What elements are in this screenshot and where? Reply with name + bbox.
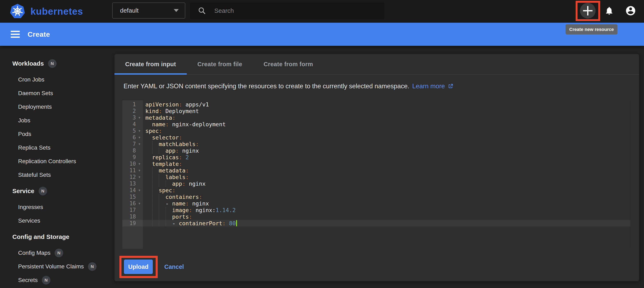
sidebar-item-replica-sets[interactable]: Replica Sets	[0, 143, 114, 152]
indent-guide	[145, 194, 152, 200]
top-bar: kubernetes default	[0, 0, 644, 23]
sidebar-item-config-maps[interactable]: Config MapsN	[0, 248, 114, 257]
line-number: 16	[130, 200, 136, 207]
code-token: ports	[172, 214, 189, 220]
code-token: :	[186, 174, 189, 180]
namespace-select[interactable]: default	[112, 3, 185, 19]
fold-arrow-icon[interactable]: ▾	[136, 175, 143, 179]
indent-guide	[166, 214, 172, 220]
yaml-editor[interactable]: 1apiVersion: apps/v12kind: Deployment3▾m…	[122, 100, 630, 249]
sidebar-item-ingresses[interactable]: Ingresses	[0, 203, 114, 212]
editor-line-code: labels:	[143, 174, 189, 180]
editor-line-gutter: 5▾	[122, 128, 143, 134]
sidebar-item-deployments[interactable]: Deployments	[0, 102, 114, 111]
editor-line[interactable]: 19- containerPort: 80	[122, 220, 630, 227]
sidebar-group-title[interactable]: WorkloadsN	[0, 59, 114, 68]
create-card: Create from inputCreate from fileCreate …	[114, 54, 639, 281]
indent-guide	[145, 200, 152, 207]
code-token: :	[159, 108, 162, 114]
code-token: nginx-deployment	[169, 121, 226, 127]
sidebar-item-pods[interactable]: Pods	[0, 129, 114, 139]
indent-guide	[159, 207, 166, 213]
sidebar-item-jobs[interactable]: Jobs	[0, 116, 114, 125]
annotation-red-box-upload-button	[120, 256, 158, 278]
fold-arrow-icon[interactable]: ▾	[136, 168, 143, 173]
menu-icon[interactable]	[11, 31, 20, 38]
brand[interactable]: kubernetes	[10, 0, 83, 23]
tab-create-from-file[interactable]: Create from file	[187, 54, 253, 74]
editor-line[interactable]: 1apiVersion: apps/v1	[122, 101, 630, 108]
code-token: metadata	[159, 167, 186, 174]
editor-line[interactable]: 6▾selector:	[122, 134, 630, 141]
editor-line-gutter: 16▾	[122, 200, 143, 207]
code-token: nginx	[186, 181, 206, 187]
code-token: -	[166, 200, 172, 207]
editor-line[interactable]: 12▾labels:	[122, 174, 630, 180]
editor-line[interactable]: 3▾metadata:	[122, 114, 630, 121]
fold-arrow-icon[interactable]: ▾	[136, 135, 143, 140]
sidebar-item-replication-controllers[interactable]: Replication Controllers	[0, 157, 114, 166]
indent-guide	[145, 141, 152, 147]
sidebar-item-persistent-volume-claims[interactable]: Persistent Volume ClaimsN	[0, 262, 114, 271]
code-token: spec	[145, 128, 159, 134]
code-token: :	[189, 214, 192, 220]
learn-more-link[interactable]: Learn more	[412, 83, 454, 90]
editor-line-code: metadata:	[143, 114, 176, 121]
sidebar-item-secrets[interactable]: SecretsN	[0, 276, 114, 285]
code-token: nginx	[179, 148, 199, 154]
line-number: 4	[132, 121, 136, 127]
editor-line-gutter: 12▾	[122, 174, 143, 180]
editor-line[interactable]: 4name: nginx-deployment	[122, 121, 630, 127]
line-number: 7	[132, 141, 136, 147]
editor-line[interactable]: 14▾spec:	[122, 187, 630, 194]
editor-line[interactable]: 2kind: Deployment	[122, 108, 630, 114]
editor-line-code: containers:	[143, 194, 202, 200]
cancel-button[interactable]: Cancel	[164, 263, 184, 270]
editor-line-code: template:	[143, 161, 182, 167]
fold-arrow-icon[interactable]: ▾	[136, 201, 143, 206]
search-input[interactable]	[214, 7, 375, 15]
editor-line-code: image: nginx:1.14.2	[143, 207, 236, 213]
editor-line[interactable]: 5▾spec:	[122, 127, 630, 134]
fold-arrow-icon[interactable]: ▾	[136, 162, 143, 166]
editor-line[interactable]: 13app: nginx	[122, 180, 630, 187]
sidebar-group-title[interactable]: Config and Storage	[0, 232, 114, 241]
tab-create-from-form[interactable]: Create from form	[253, 54, 324, 74]
indent-guide	[152, 214, 159, 220]
indent-guide	[152, 167, 159, 174]
editor-line-code: ports:	[143, 213, 192, 220]
indent-guide	[166, 207, 172, 213]
sidebar-item-label: Cron Jobs	[18, 76, 44, 83]
sidebar-item-services[interactable]: Services	[0, 216, 114, 225]
account-icon[interactable]	[625, 5, 636, 16]
search-box[interactable]	[190, 3, 384, 19]
editor-line[interactable]: 8app: nginx	[122, 147, 630, 154]
editor-line[interactable]: 15containers:	[122, 194, 630, 200]
editor-line-gutter: 13	[122, 181, 143, 187]
editor-line[interactable]: 11▾metadata:	[122, 167, 630, 174]
sidebar-item-stateful-sets[interactable]: Stateful Sets	[0, 170, 114, 180]
namespaced-badge: N	[42, 276, 50, 284]
editor-line[interactable]: 18ports:	[122, 213, 630, 220]
fold-arrow-icon[interactable]: ▾	[136, 129, 143, 133]
tab-label: Create from input	[125, 61, 176, 68]
editor-line-gutter: 17	[122, 207, 143, 213]
fold-arrow-icon[interactable]: ▾	[136, 142, 143, 146]
sidebar-item-cron-jobs[interactable]: Cron Jobs	[0, 75, 114, 84]
sidebar-item-daemon-sets[interactable]: Daemon Sets	[0, 89, 114, 98]
fold-arrow-icon[interactable]: ▾	[136, 188, 143, 193]
fold-arrow-icon[interactable]: ▾	[136, 115, 143, 120]
kubernetes-logo	[10, 3, 26, 19]
tab-create-from-input[interactable]: Create from input	[114, 54, 187, 74]
editor-line[interactable]: 7▾matchLabels:	[122, 141, 630, 147]
sidebar-item-label: Persistent Volume Claims	[18, 263, 84, 270]
editor-line[interactable]: 17image: nginx:1.14.2	[122, 207, 630, 213]
line-number: 15	[130, 194, 136, 200]
indent-guide	[145, 121, 152, 127]
notifications-bell-icon[interactable]	[604, 6, 614, 16]
sidebar-group-title[interactable]: ServiceN	[0, 187, 114, 196]
editor-line[interactable]: 9replicas: 2	[122, 154, 630, 161]
editor-line[interactable]: 16▾- name: nginx	[122, 200, 630, 207]
code-token: labels	[166, 174, 186, 180]
editor-line[interactable]: 10▾template:	[122, 161, 630, 167]
